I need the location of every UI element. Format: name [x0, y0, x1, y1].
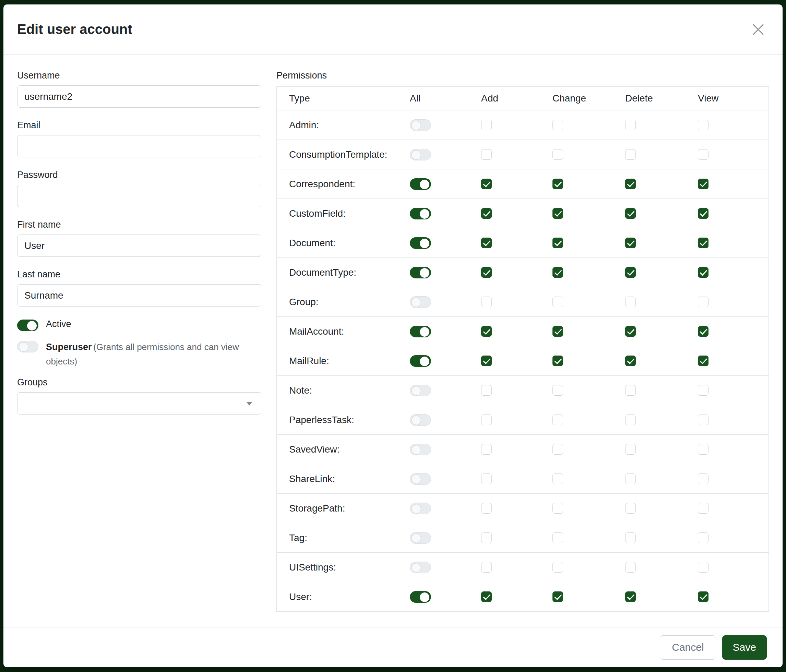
permission-add-checkbox[interactable]	[481, 503, 492, 513]
permission-view-checkbox[interactable]	[698, 474, 709, 484]
permission-delete-checkbox[interactable]	[625, 385, 636, 396]
first-name-input[interactable]	[17, 234, 261, 257]
permission-all-toggle[interactable]	[410, 326, 431, 338]
permission-view-checkbox[interactable]	[698, 532, 709, 543]
permission-view-checkbox[interactable]	[698, 592, 709, 602]
permission-all-toggle[interactable]	[410, 444, 431, 455]
permission-view-checkbox[interactable]	[698, 385, 709, 396]
permission-delete-checkbox[interactable]	[625, 415, 636, 425]
permission-add-checkbox[interactable]	[481, 120, 492, 130]
permission-all-toggle[interactable]	[410, 178, 431, 190]
permission-change-checkbox[interactable]	[552, 326, 563, 337]
permission-add-checkbox[interactable]	[481, 297, 492, 307]
permission-view-checkbox[interactable]	[698, 415, 709, 425]
permission-add-checkbox[interactable]	[481, 444, 492, 455]
permission-add-checkbox[interactable]	[481, 208, 492, 219]
permission-view-checkbox[interactable]	[698, 149, 709, 160]
permission-add-checkbox[interactable]	[481, 592, 492, 602]
permission-change-checkbox[interactable]	[552, 415, 563, 425]
permission-change-checkbox[interactable]	[552, 208, 563, 219]
permission-change-checkbox[interactable]	[552, 532, 563, 543]
last-name-input[interactable]	[17, 284, 261, 306]
permission-delete-checkbox[interactable]	[625, 592, 636, 602]
permission-delete-checkbox[interactable]	[625, 208, 636, 219]
permission-change-checkbox[interactable]	[552, 592, 563, 602]
permission-add-checkbox[interactable]	[481, 562, 492, 573]
permission-change-checkbox[interactable]	[552, 444, 563, 455]
permission-all-toggle[interactable]	[410, 296, 431, 308]
permission-delete-checkbox[interactable]	[625, 356, 636, 366]
permission-change-checkbox[interactable]	[552, 179, 563, 189]
permission-add-checkbox[interactable]	[481, 326, 492, 337]
permission-change-checkbox[interactable]	[552, 149, 563, 160]
permission-change-checkbox[interactable]	[552, 356, 563, 366]
permission-all-toggle[interactable]	[410, 149, 431, 160]
permission-change-checkbox[interactable]	[552, 267, 563, 278]
cancel-button[interactable]: Cancel	[660, 635, 716, 659]
permission-delete-checkbox[interactable]	[625, 474, 636, 484]
permission-add-checkbox[interactable]	[481, 179, 492, 189]
permission-add-checkbox[interactable]	[481, 415, 492, 425]
permission-view-checkbox[interactable]	[698, 208, 709, 219]
permission-change-checkbox[interactable]	[552, 120, 563, 130]
permission-view-checkbox[interactable]	[698, 297, 709, 307]
permission-view-checkbox[interactable]	[698, 238, 709, 248]
permission-all-toggle[interactable]	[410, 591, 431, 603]
permission-delete-checkbox[interactable]	[625, 120, 636, 130]
permission-add-checkbox[interactable]	[481, 267, 492, 278]
password-input[interactable]	[17, 185, 261, 207]
permission-all-toggle[interactable]	[410, 237, 431, 249]
last-name-label: Last name	[17, 269, 261, 280]
permission-all-toggle[interactable]	[410, 119, 431, 131]
permission-all-toggle[interactable]	[410, 267, 431, 278]
permission-delete-checkbox[interactable]	[625, 149, 636, 160]
permission-view-checkbox[interactable]	[698, 326, 709, 337]
email-input[interactable]	[17, 135, 261, 157]
permission-row: StoragePath:	[277, 493, 769, 523]
permission-all-toggle[interactable]	[410, 502, 431, 514]
permission-view-checkbox[interactable]	[698, 120, 709, 130]
permission-add-checkbox[interactable]	[481, 532, 492, 543]
permission-view-checkbox[interactable]	[698, 179, 709, 189]
permission-type-label: MailRule:	[289, 356, 410, 366]
permission-add-checkbox[interactable]	[481, 356, 492, 366]
username-input[interactable]	[17, 85, 261, 108]
permission-delete-checkbox[interactable]	[625, 326, 636, 337]
permission-all-toggle[interactable]	[410, 473, 431, 485]
permission-delete-checkbox[interactable]	[625, 444, 636, 455]
permission-change-checkbox[interactable]	[552, 385, 563, 396]
save-button[interactable]: Save	[722, 635, 767, 659]
permission-delete-checkbox[interactable]	[625, 562, 636, 573]
permission-all-toggle[interactable]	[410, 414, 431, 426]
superuser-toggle[interactable]	[17, 341, 38, 352]
permission-change-checkbox[interactable]	[552, 297, 563, 307]
permission-delete-checkbox[interactable]	[625, 179, 636, 189]
close-button[interactable]	[750, 21, 767, 38]
permission-change-checkbox[interactable]	[552, 474, 563, 484]
permission-add-checkbox[interactable]	[481, 474, 492, 484]
column-header-change: Change	[552, 93, 625, 104]
permission-delete-checkbox[interactable]	[625, 532, 636, 543]
permission-view-checkbox[interactable]	[698, 503, 709, 513]
permission-delete-checkbox[interactable]	[625, 297, 636, 307]
permission-change-checkbox[interactable]	[552, 238, 563, 248]
permission-add-checkbox[interactable]	[481, 149, 492, 160]
permission-all-toggle[interactable]	[410, 562, 431, 573]
permission-delete-checkbox[interactable]	[625, 238, 636, 248]
permission-change-checkbox[interactable]	[552, 503, 563, 513]
permission-all-toggle[interactable]	[410, 355, 431, 367]
permission-view-checkbox[interactable]	[698, 444, 709, 455]
permission-all-toggle[interactable]	[410, 532, 431, 544]
permission-view-checkbox[interactable]	[698, 562, 709, 573]
permission-change-checkbox[interactable]	[552, 562, 563, 573]
groups-select[interactable]	[17, 392, 261, 415]
permission-delete-checkbox[interactable]	[625, 267, 636, 278]
permission-view-checkbox[interactable]	[698, 356, 709, 366]
permission-delete-checkbox[interactable]	[625, 503, 636, 513]
permission-add-checkbox[interactable]	[481, 238, 492, 248]
permission-view-checkbox[interactable]	[698, 267, 709, 278]
permission-all-toggle[interactable]	[410, 208, 431, 220]
permission-all-toggle[interactable]	[410, 385, 431, 396]
permission-add-checkbox[interactable]	[481, 385, 492, 396]
active-toggle[interactable]	[17, 320, 38, 331]
